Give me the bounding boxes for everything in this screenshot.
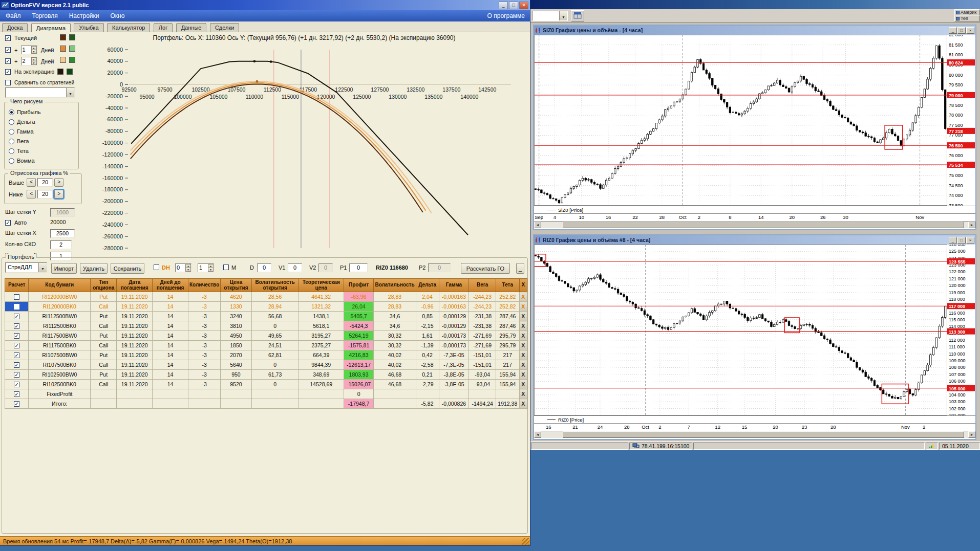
radio-vega[interactable] [9, 139, 14, 144]
table-row[interactable]: RI107500BW0Put19.11.202014-3207062,81664… [5, 350, 527, 360]
maximize-button[interactable]: □ [957, 27, 966, 34]
strategy-combo[interactable]: СтреДДЛ [5, 262, 47, 273]
strategy-compare-combo[interactable] [5, 87, 75, 98]
series-color-swatch[interactable] [69, 57, 75, 63]
radio-gamma[interactable] [9, 129, 14, 135]
maximize-button[interactable]: □ [957, 237, 966, 244]
column-header[interactable]: Гамма [439, 279, 469, 292]
siz0-chart-area[interactable]: 73 50074 00074 50075 00075 50076 00076 5… [534, 35, 975, 228]
table-row[interactable]: RI112500BW0Put19.11.202014-3324056,68143… [5, 312, 527, 321]
column-header[interactable]: Тета [496, 279, 520, 292]
close-button[interactable]: × [966, 237, 974, 244]
row-calc-checkbox[interactable] [14, 391, 19, 397]
scroll-left-icon[interactable]: ◄ [534, 222, 541, 228]
scroll-left-icon[interactable]: ◄ [534, 431, 541, 438]
delete-row-button[interactable]: X [519, 341, 527, 350]
import-button[interactable]: Импорт [51, 263, 77, 274]
spin-down-icon[interactable] [208, 268, 214, 272]
payoff-chart[interactable]: 6000040000200000-20000-40000-60000-80000… [80, 42, 528, 254]
table-row[interactable]: RI107500BK0Call19.11.202014-3564009844,3… [5, 360, 527, 370]
delete-row-button[interactable]: X [519, 399, 527, 409]
tab-diagramma[interactable]: Диаграмма [31, 23, 71, 33]
close-button[interactable]: × [519, 2, 528, 9]
delete-row-button[interactable]: X [519, 389, 527, 399]
spin-down-icon[interactable] [185, 268, 191, 272]
row-calc-checkbox[interactable] [14, 372, 19, 378]
chevron-down-icon[interactable] [66, 88, 74, 97]
row-calc-checkbox[interactable] [14, 304, 19, 310]
v1-input[interactable]: 0 [288, 263, 302, 272]
table-row[interactable]: RI102500BW0Put19.11.202014-395061,73348,… [5, 370, 527, 380]
d-input[interactable]: 0 [257, 263, 271, 272]
riz0-titlebar[interactable]: RIZ0 График цены и объёма #8 - [4 часа] … [534, 235, 975, 245]
column-header[interactable]: Вега [469, 279, 496, 292]
expiration-checkbox[interactable] [5, 69, 11, 75]
radio-delta[interactable] [9, 119, 14, 125]
column-header[interactable]: Дельта [416, 279, 439, 292]
column-header[interactable]: Дата погашения [117, 279, 153, 292]
above-decrease-button[interactable]: < [27, 178, 36, 187]
chart-h-scrollbar[interactable]: ◄► [534, 221, 975, 228]
row-calc-checkbox[interactable] [14, 343, 19, 348]
tab-doska[interactable]: Доска [2, 23, 28, 32]
tab-kalkulyator[interactable]: Калькулятор [107, 23, 150, 32]
radio-vomma[interactable] [9, 158, 14, 164]
column-header[interactable]: Тип опциона [91, 279, 117, 292]
panel-button-tep[interactable]: Теп [954, 15, 980, 21]
tab-dannye[interactable]: Данные [176, 23, 207, 32]
candlestick-plot[interactable]: 73 50074 00074 50075 00075 50076 00076 5… [534, 35, 975, 206]
menu-settings[interactable]: Настройки [63, 10, 105, 21]
collapse-button[interactable]: _ [516, 263, 524, 274]
current-checkbox[interactable] [5, 35, 11, 41]
series-color-swatch[interactable] [69, 46, 75, 52]
delete-row-button[interactable]: X [519, 370, 527, 380]
row-calc-checkbox[interactable] [14, 323, 19, 329]
p2-input[interactable]: 0 [428, 263, 451, 272]
m-checkbox[interactable] [223, 265, 229, 270]
delete-row-button[interactable]: X [519, 360, 527, 370]
scroll-thumb[interactable] [563, 431, 964, 438]
column-header[interactable]: Количество [188, 279, 220, 292]
sko-input[interactable]: 2 [50, 240, 72, 249]
resize-grip[interactable] [522, 538, 529, 545]
v2-input[interactable]: 0 [318, 263, 333, 272]
column-header[interactable]: Теоретическая цена [299, 279, 344, 292]
grid-y-input[interactable]: 1000 [50, 208, 75, 217]
row-calc-checkbox[interactable] [14, 382, 19, 387]
series-color-swatch[interactable] [60, 34, 66, 40]
dh-checkbox[interactable] [154, 265, 159, 270]
panel-button-amerik[interactable]: Америк [954, 9, 980, 15]
scroll-track[interactable] [541, 431, 968, 438]
calc-go-button[interactable]: Рассчитать ГО [461, 263, 510, 274]
series-color-swatch[interactable] [57, 69, 63, 75]
minimize-button[interactable]: _ [499, 2, 508, 9]
delete-row-button[interactable]: X [519, 292, 527, 302]
menu-file[interactable]: Файл [0, 10, 27, 21]
menu-trade[interactable]: Торговля [27, 10, 63, 21]
siz0-titlebar[interactable]: SiZ0 График цены и объёма - [4 часа] _□× [534, 26, 975, 35]
delete-row-button[interactable]: X [519, 302, 527, 312]
column-header[interactable]: Дней до погашения [153, 279, 188, 292]
above-increase-button[interactable]: > [54, 178, 63, 187]
scroll-thumb[interactable] [563, 222, 964, 228]
close-button[interactable]: × [966, 27, 974, 34]
row-calc-checkbox[interactable] [14, 314, 19, 319]
minimize-button[interactable]: _ [949, 237, 957, 244]
column-header[interactable]: Цена открытия [221, 279, 251, 292]
column-header[interactable]: Волатильность [374, 279, 416, 292]
grid-x-input[interactable]: 2500 [50, 229, 75, 238]
series-color-swatch[interactable] [69, 34, 75, 40]
column-header[interactable]: Волатильность открытия [251, 279, 299, 292]
radio-profit[interactable] [9, 109, 14, 115]
below-decrease-button[interactable]: < [27, 190, 36, 199]
dh-spinner-a[interactable]: 0 [175, 263, 191, 272]
above-percent-input[interactable]: 20 [37, 178, 53, 187]
quik-titlebar[interactable] [530, 0, 980, 9]
table-row[interactable]: RI112500BK0Call19.11.202014-3381005618,1… [5, 321, 527, 331]
delete-row-button[interactable]: X [519, 331, 527, 341]
dh-spinner-b[interactable]: 1 [198, 263, 214, 272]
menu-window[interactable]: Окно [105, 10, 131, 21]
table-row[interactable]: RI120000BK0Call19.11.202014-3133028,9413… [5, 302, 527, 312]
scroll-right-icon[interactable]: ► [968, 222, 975, 228]
row-calc-checkbox[interactable] [14, 352, 19, 358]
